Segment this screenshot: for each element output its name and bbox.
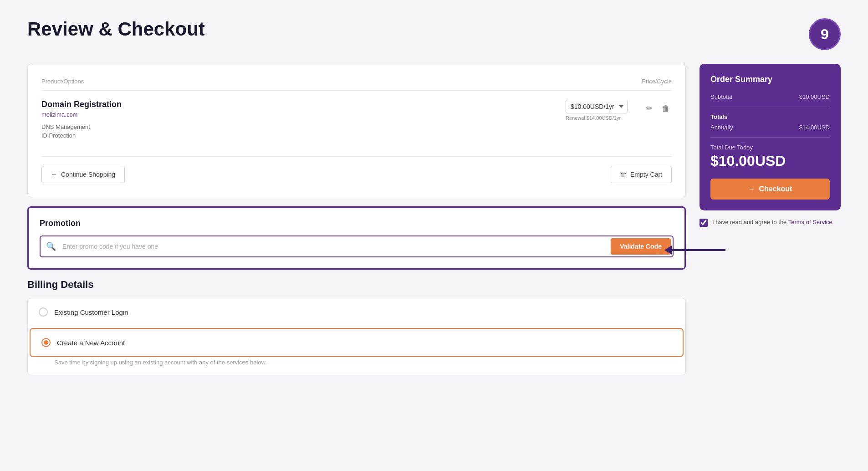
promotion-card: Promotion 🔍 Validate Code — [27, 206, 686, 270]
total-due-amount: $10.00USD — [710, 153, 830, 169]
price-cycle-select[interactable]: $10.00USD/1yr $20.00USD/2yr — [566, 100, 628, 113]
trash-icon: 🗑 — [662, 104, 670, 113]
cart-header: Product/Options Price/Cycle — [41, 78, 672, 91]
continue-shopping-button[interactable]: ← Continue Shopping — [41, 166, 125, 183]
col-price-label: Price/Cycle — [642, 78, 672, 85]
promo-code-input[interactable] — [61, 239, 606, 254]
col-product-label: Product/Options — [41, 78, 84, 85]
empty-cart-button[interactable]: 🗑 Empty Cart — [611, 166, 672, 183]
order-summary-title: Order Summary — [710, 75, 830, 84]
checkout-arrow-icon: → — [748, 185, 756, 193]
cart-card: Product/Options Price/Cycle Domain Regis… — [27, 64, 686, 197]
terms-row: I have read and agree to the Terms of Se… — [700, 218, 841, 227]
cart-footer: ← Continue Shopping 🗑 Empty Cart — [41, 156, 672, 183]
product-name: Domain Registration — [41, 100, 566, 109]
existing-customer-radio[interactable] — [39, 307, 48, 317]
addon-dns: DNS Management — [41, 123, 566, 130]
summary-divider-2 — [710, 137, 830, 138]
cart-row: Domain Registration molizima.com DNS Man… — [41, 100, 672, 143]
arrow-line — [671, 249, 725, 251]
billing-section: Billing Details Existing Customer Login … — [27, 279, 686, 375]
totals-label: Totals — [710, 113, 830, 120]
page-title: Review & Checkout — [27, 18, 205, 40]
cart-pricing: $10.00USD/1yr $20.00USD/2yr Renewal $14.… — [566, 100, 628, 121]
new-account-radio[interactable] — [41, 338, 51, 347]
cart-product-info: Domain Registration molizima.com DNS Man… — [41, 100, 566, 143]
validate-code-button[interactable]: Validate Code — [611, 238, 671, 255]
new-account-option[interactable]: Create a New Account — [30, 328, 684, 357]
order-summary-card: Order Summary Subtotal $10.00USD Totals … — [700, 64, 841, 210]
existing-customer-label: Existing Customer Login — [54, 308, 128, 316]
annually-value: $14.00USD — [799, 124, 830, 131]
terms-checkbox[interactable] — [700, 219, 708, 227]
radio-dot — [44, 340, 48, 345]
renewal-text: Renewal $14.00USD/1yr — [566, 115, 621, 121]
checkout-button[interactable]: → Checkout — [710, 179, 830, 200]
edit-item-button[interactable]: ✏ — [644, 102, 654, 115]
annually-label: Annually — [710, 124, 733, 131]
billing-title: Billing Details — [27, 279, 686, 291]
new-account-label: Create a New Account — [57, 339, 125, 347]
trash-icon-btn: 🗑 — [620, 171, 627, 178]
subtotal-label: Subtotal — [710, 93, 732, 100]
left-column: Product/Options Price/Cycle Domain Regis… — [27, 64, 686, 375]
annually-row: Annually $14.00USD — [710, 124, 830, 131]
delete-item-button[interactable]: 🗑 — [660, 102, 672, 115]
price-select-wrapper: $10.00USD/1yr $20.00USD/2yr — [566, 100, 628, 113]
subtotal-row: Subtotal $10.00USD — [710, 93, 830, 100]
existing-customer-option[interactable]: Existing Customer Login — [28, 298, 685, 326]
product-addons: DNS Management ID Protection — [41, 123, 566, 139]
arrow-left-icon: ← — [51, 171, 57, 178]
pencil-icon: ✏ — [646, 104, 653, 113]
arrow-indicator — [664, 246, 725, 255]
promotion-title: Promotion — [40, 219, 674, 228]
total-due-label: Total Due Today — [710, 144, 830, 151]
step-badge: 9 — [809, 18, 841, 50]
billing-card: Existing Customer Login Create a New Acc… — [27, 298, 686, 375]
product-domain: molizima.com — [41, 111, 566, 118]
addon-id: ID Protection — [41, 132, 566, 139]
subtotal-value: $10.00USD — [799, 93, 830, 100]
right-column: Order Summary Subtotal $10.00USD Totals … — [700, 64, 841, 227]
terms-of-service-link[interactable]: Terms of Service — [788, 219, 832, 225]
terms-text: I have read and agree to the Terms of Se… — [712, 218, 832, 227]
billing-divider — [28, 326, 685, 326]
summary-divider-1 — [710, 107, 830, 107]
new-account-subtitle: Save time by signing up using an existin… — [28, 359, 685, 375]
promo-input-row: 🔍 Validate Code — [40, 236, 674, 257]
cart-actions: ✏ 🗑 — [644, 100, 672, 115]
search-icon: 🔍 — [46, 241, 56, 251]
